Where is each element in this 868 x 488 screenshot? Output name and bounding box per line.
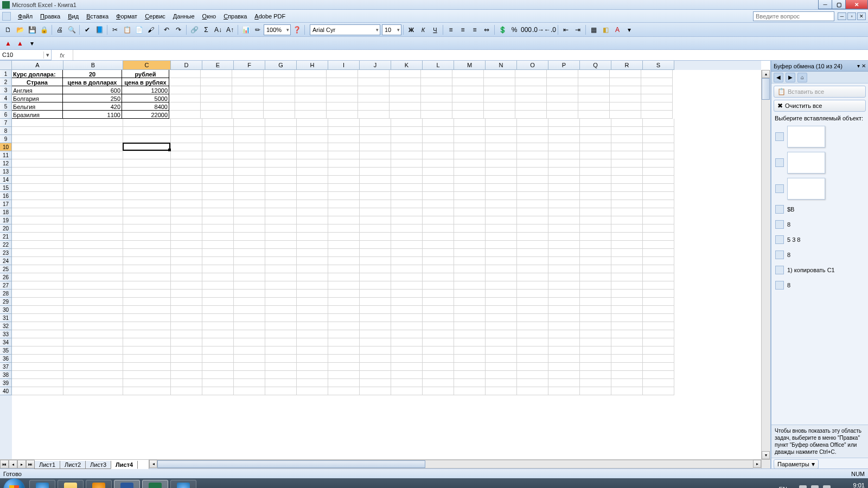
taskbar-ie-button[interactable]: [29, 480, 55, 488]
cell-Q14[interactable]: [580, 176, 611, 184]
cell-P35[interactable]: [548, 346, 580, 355]
cell-P22[interactable]: [548, 241, 580, 249]
cell-M8[interactable]: [454, 127, 486, 135]
cell-Q3[interactable]: [578, 86, 610, 94]
cell-S26[interactable]: [643, 273, 674, 281]
cell-G24[interactable]: [265, 257, 297, 265]
cell-A39[interactable]: [12, 379, 63, 387]
cell-K18[interactable]: [391, 208, 423, 216]
cell-G5[interactable]: [264, 102, 295, 111]
cell-L30[interactable]: [423, 306, 454, 314]
sheet-tab-Лист2[interactable]: Лист2: [60, 461, 86, 469]
clipboard-item-1[interactable]: [774, 150, 866, 176]
cell-N8[interactable]: [486, 127, 517, 135]
cell-A40[interactable]: [12, 387, 63, 395]
cell-Q13[interactable]: [580, 168, 611, 176]
cell-F32[interactable]: [234, 322, 265, 330]
row-header-31[interactable]: 31: [0, 314, 12, 322]
cell-F30[interactable]: [234, 306, 265, 314]
cell-C34[interactable]: [123, 338, 171, 346]
cell-H17[interactable]: [297, 200, 328, 208]
cell-J24[interactable]: [360, 257, 391, 265]
cell-Q5[interactable]: [578, 102, 610, 111]
cell-C5[interactable]: 8400: [122, 102, 169, 111]
cell-F39[interactable]: [234, 379, 265, 387]
cell-C26[interactable]: [123, 273, 171, 281]
cell-M33[interactable]: [454, 330, 486, 338]
cell-P19[interactable]: [548, 216, 580, 224]
cell-A26[interactable]: [12, 273, 63, 281]
formula-input[interactable]: [73, 50, 868, 60]
cell-P15[interactable]: [548, 184, 580, 192]
cell-F21[interactable]: [234, 233, 265, 241]
cell-P5[interactable]: [547, 102, 578, 111]
cell-C29[interactable]: [123, 298, 171, 306]
cell-A19[interactable]: [12, 216, 63, 224]
cell-B7[interactable]: [63, 119, 123, 127]
column-header-Q[interactable]: Q: [580, 61, 611, 70]
cell-Q39[interactable]: [580, 379, 611, 387]
cell-H8[interactable]: [297, 127, 328, 135]
cell-G35[interactable]: [265, 346, 297, 355]
cell-D37[interactable]: [171, 363, 202, 371]
cell-E27[interactable]: [202, 281, 234, 290]
cell-I29[interactable]: [328, 298, 360, 306]
cell-G26[interactable]: [265, 273, 297, 281]
cell-I19[interactable]: [328, 216, 360, 224]
cell-M32[interactable]: [454, 322, 486, 330]
cell-G34[interactable]: [265, 338, 297, 346]
column-header-I[interactable]: I: [328, 61, 360, 70]
cell-K38[interactable]: [391, 371, 423, 379]
cell-S9[interactable]: [643, 135, 674, 143]
permissions-button[interactable]: 🔒: [39, 24, 49, 35]
cell-O14[interactable]: [517, 176, 548, 184]
cell-H19[interactable]: [297, 216, 328, 224]
fill-color-button[interactable]: ◧: [600, 24, 611, 35]
clipboard-item-3[interactable]: $B: [774, 202, 866, 217]
row-header-11[interactable]: 11: [0, 151, 12, 159]
cell-L4[interactable]: [421, 94, 452, 102]
cell-N10[interactable]: [486, 143, 517, 151]
cell-L29[interactable]: [423, 298, 454, 306]
cell-M4[interactable]: [452, 94, 484, 102]
cell-J23[interactable]: [360, 249, 391, 257]
cell-H40[interactable]: [297, 387, 328, 395]
cell-H35[interactable]: [297, 346, 328, 355]
cell-S31[interactable]: [643, 314, 674, 322]
cell-P25[interactable]: [548, 265, 580, 273]
cell-I26[interactable]: [328, 273, 360, 281]
cell-C19[interactable]: [123, 216, 171, 224]
cell-J32[interactable]: [360, 322, 391, 330]
row-header-23[interactable]: 23: [0, 249, 12, 257]
cell-D31[interactable]: [171, 314, 202, 322]
cell-J37[interactable]: [360, 363, 391, 371]
cell-B34[interactable]: [63, 338, 123, 346]
cell-C27[interactable]: [123, 281, 171, 290]
taskbar-excel-button[interactable]: [142, 480, 168, 488]
cell-J30[interactable]: [360, 306, 391, 314]
cell-A14[interactable]: [12, 176, 63, 184]
cell-R13[interactable]: [611, 168, 643, 176]
cell-D3[interactable]: [169, 86, 201, 94]
cell-L15[interactable]: [423, 184, 454, 192]
cell-H20[interactable]: [297, 224, 328, 233]
research-button[interactable]: 📘: [94, 24, 105, 35]
cell-R6[interactable]: [610, 111, 641, 119]
cell-P6[interactable]: [547, 111, 578, 119]
cell-P4[interactable]: [547, 94, 578, 102]
cell-B14[interactable]: [63, 176, 123, 184]
cell-S5[interactable]: [641, 102, 673, 111]
paste-all-button[interactable]: 📋 Вставить все: [774, 86, 866, 98]
cell-L31[interactable]: [423, 314, 454, 322]
cell-F19[interactable]: [234, 216, 265, 224]
cell-I21[interactable]: [328, 233, 360, 241]
cell-E3[interactable]: [201, 86, 232, 94]
cell-A10[interactable]: [12, 143, 63, 151]
cell-L26[interactable]: [423, 273, 454, 281]
cell-N15[interactable]: [486, 184, 517, 192]
cell-G14[interactable]: [265, 176, 297, 184]
cell-Q22[interactable]: [580, 241, 611, 249]
cell-Q17[interactable]: [580, 200, 611, 208]
cell-C6[interactable]: 22000: [122, 110, 169, 119]
column-header-N[interactable]: N: [486, 61, 517, 70]
